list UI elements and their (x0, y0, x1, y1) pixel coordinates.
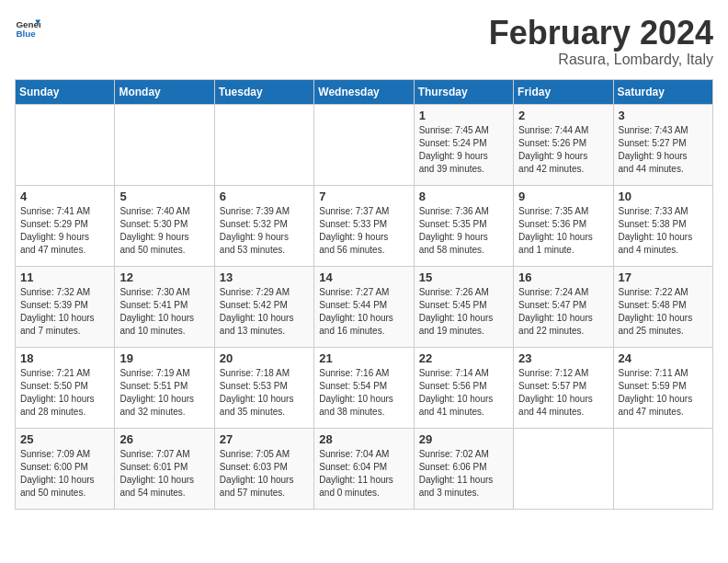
day-number: 15 (419, 270, 508, 284)
day-number: 4 (20, 190, 109, 203)
location-title: Rasura, Lombardy, Italy (489, 52, 713, 68)
header: General Blue February 2024 Rasura, Lomba… (15, 15, 713, 68)
calendar-day-cell: 21Sunrise: 7:16 AM Sunset: 5:54 PM Dayli… (314, 347, 414, 428)
weekday-header-cell: Wednesday (314, 79, 414, 104)
title-area: February 2024 Rasura, Lombardy, Italy (489, 15, 713, 68)
calendar-day-cell: 5Sunrise: 7:40 AM Sunset: 5:30 PM Daylig… (115, 185, 214, 266)
month-title: February 2024 (489, 15, 713, 52)
day-number: 12 (119, 270, 209, 284)
day-info: Sunrise: 7:05 AM Sunset: 6:03 PM Dayligh… (220, 448, 309, 500)
day-number: 27 (220, 432, 309, 446)
day-number: 25 (20, 432, 109, 446)
day-info: Sunrise: 7:24 AM Sunset: 5:47 PM Dayligh… (518, 286, 608, 338)
calendar-day-cell: 25Sunrise: 7:09 AM Sunset: 6:00 PM Dayli… (16, 428, 115, 509)
day-number: 28 (319, 432, 408, 446)
calendar-day-cell: 15Sunrise: 7:26 AM Sunset: 5:45 PM Dayli… (414, 266, 513, 347)
day-number: 9 (518, 190, 608, 203)
day-number: 13 (220, 270, 309, 284)
calendar-day-cell: 29Sunrise: 7:02 AM Sunset: 6:06 PM Dayli… (414, 428, 513, 509)
calendar-day-cell: 17Sunrise: 7:22 AM Sunset: 5:48 PM Dayli… (613, 266, 712, 347)
calendar-day-cell: 4Sunrise: 7:41 AM Sunset: 5:29 PM Daylig… (16, 185, 115, 266)
day-info: Sunrise: 7:36 AM Sunset: 5:35 PM Dayligh… (419, 205, 508, 257)
day-info: Sunrise: 7:14 AM Sunset: 5:56 PM Dayligh… (419, 367, 508, 419)
day-number: 21 (319, 351, 408, 365)
calendar-day-cell: 2Sunrise: 7:44 AM Sunset: 5:26 PM Daylig… (514, 104, 613, 185)
day-info: Sunrise: 7:19 AM Sunset: 5:51 PM Dayligh… (119, 367, 209, 419)
weekday-header-cell: Thursday (414, 79, 513, 104)
day-number: 1 (419, 109, 508, 122)
day-info: Sunrise: 7:27 AM Sunset: 5:44 PM Dayligh… (319, 286, 408, 338)
calendar-day-cell: 14Sunrise: 7:27 AM Sunset: 5:44 PM Dayli… (314, 266, 414, 347)
day-number: 11 (20, 270, 109, 284)
calendar-day-cell: 9Sunrise: 7:35 AM Sunset: 5:36 PM Daylig… (514, 185, 613, 266)
calendar-day-cell: 28Sunrise: 7:04 AM Sunset: 6:04 PM Dayli… (314, 428, 414, 509)
weekday-header-cell: Saturday (613, 79, 712, 104)
day-info: Sunrise: 7:16 AM Sunset: 5:54 PM Dayligh… (319, 367, 408, 419)
calendar-day-cell: 7Sunrise: 7:37 AM Sunset: 5:33 PM Daylig… (314, 185, 414, 266)
day-info: Sunrise: 7:09 AM Sunset: 6:00 PM Dayligh… (20, 448, 109, 500)
day-number: 22 (419, 351, 508, 365)
day-info: Sunrise: 7:32 AM Sunset: 5:39 PM Dayligh… (20, 286, 109, 338)
day-number: 18 (20, 351, 109, 365)
day-info: Sunrise: 7:21 AM Sunset: 5:50 PM Dayligh… (20, 367, 109, 419)
day-number: 3 (619, 109, 708, 122)
calendar-day-cell: 10Sunrise: 7:33 AM Sunset: 5:38 PM Dayli… (613, 185, 712, 266)
day-number: 26 (119, 432, 209, 446)
calendar-week-row: 1Sunrise: 7:45 AM Sunset: 5:24 PM Daylig… (16, 104, 713, 185)
calendar-day-cell (314, 104, 414, 185)
day-number: 16 (518, 270, 608, 284)
logo-icon: General Blue (15, 15, 40, 40)
day-info: Sunrise: 7:45 AM Sunset: 5:24 PM Dayligh… (419, 124, 508, 176)
day-number: 10 (619, 190, 708, 203)
calendar-day-cell: 19Sunrise: 7:19 AM Sunset: 5:51 PM Dayli… (115, 347, 214, 428)
calendar-day-cell: 24Sunrise: 7:11 AM Sunset: 5:59 PM Dayli… (613, 347, 712, 428)
calendar-day-cell (514, 428, 613, 509)
calendar-day-cell: 26Sunrise: 7:07 AM Sunset: 6:01 PM Dayli… (115, 428, 214, 509)
calendar-day-cell: 1Sunrise: 7:45 AM Sunset: 5:24 PM Daylig… (414, 104, 513, 185)
day-number: 17 (619, 270, 708, 284)
day-info: Sunrise: 7:22 AM Sunset: 5:48 PM Dayligh… (619, 286, 708, 338)
day-number: 7 (319, 190, 408, 203)
day-number: 29 (419, 432, 508, 446)
day-info: Sunrise: 7:30 AM Sunset: 5:41 PM Dayligh… (119, 286, 209, 338)
day-info: Sunrise: 7:35 AM Sunset: 5:36 PM Dayligh… (518, 205, 608, 257)
calendar-day-cell: 20Sunrise: 7:18 AM Sunset: 5:53 PM Dayli… (214, 347, 313, 428)
day-info: Sunrise: 7:12 AM Sunset: 5:57 PM Dayligh… (518, 367, 608, 419)
day-info: Sunrise: 7:29 AM Sunset: 5:42 PM Dayligh… (220, 286, 309, 338)
calendar-week-row: 11Sunrise: 7:32 AM Sunset: 5:39 PM Dayli… (16, 266, 713, 347)
calendar-day-cell: 27Sunrise: 7:05 AM Sunset: 6:03 PM Dayli… (214, 428, 313, 509)
weekday-header-cell: Monday (115, 79, 214, 104)
calendar-week-row: 4Sunrise: 7:41 AM Sunset: 5:29 PM Daylig… (16, 185, 713, 266)
logo: General Blue (15, 15, 40, 40)
calendar-day-cell (115, 104, 214, 185)
calendar-day-cell (214, 104, 313, 185)
day-info: Sunrise: 7:39 AM Sunset: 5:32 PM Dayligh… (220, 205, 309, 257)
day-info: Sunrise: 7:37 AM Sunset: 5:33 PM Dayligh… (319, 205, 408, 257)
calendar-day-cell: 8Sunrise: 7:36 AM Sunset: 5:35 PM Daylig… (414, 185, 513, 266)
calendar-day-cell: 11Sunrise: 7:32 AM Sunset: 5:39 PM Dayli… (16, 266, 115, 347)
day-info: Sunrise: 7:33 AM Sunset: 5:38 PM Dayligh… (619, 205, 708, 257)
day-info: Sunrise: 7:26 AM Sunset: 5:45 PM Dayligh… (419, 286, 508, 338)
weekday-header-cell: Sunday (16, 79, 115, 104)
day-number: 6 (220, 190, 309, 203)
day-info: Sunrise: 7:04 AM Sunset: 6:04 PM Dayligh… (319, 448, 408, 500)
weekday-header-cell: Tuesday (214, 79, 313, 104)
calendar-day-cell: 22Sunrise: 7:14 AM Sunset: 5:56 PM Dayli… (414, 347, 513, 428)
calendar-day-cell: 6Sunrise: 7:39 AM Sunset: 5:32 PM Daylig… (214, 185, 313, 266)
day-number: 8 (419, 190, 508, 203)
day-info: Sunrise: 7:02 AM Sunset: 6:06 PM Dayligh… (419, 448, 508, 500)
day-info: Sunrise: 7:44 AM Sunset: 5:26 PM Dayligh… (518, 124, 608, 176)
calendar-week-row: 18Sunrise: 7:21 AM Sunset: 5:50 PM Dayli… (16, 347, 713, 428)
day-number: 19 (119, 351, 209, 365)
calendar-day-cell: 23Sunrise: 7:12 AM Sunset: 5:57 PM Dayli… (514, 347, 613, 428)
day-number: 23 (518, 351, 608, 365)
day-number: 20 (220, 351, 309, 365)
day-info: Sunrise: 7:41 AM Sunset: 5:29 PM Dayligh… (20, 205, 109, 257)
calendar-day-cell: 3Sunrise: 7:43 AM Sunset: 5:27 PM Daylig… (613, 104, 712, 185)
day-info: Sunrise: 7:18 AM Sunset: 5:53 PM Dayligh… (220, 367, 309, 419)
calendar-body: 1Sunrise: 7:45 AM Sunset: 5:24 PM Daylig… (16, 104, 713, 509)
day-info: Sunrise: 7:07 AM Sunset: 6:01 PM Dayligh… (119, 448, 209, 500)
weekday-header-cell: Friday (514, 79, 613, 104)
calendar-day-cell (613, 428, 712, 509)
day-number: 24 (619, 351, 708, 365)
